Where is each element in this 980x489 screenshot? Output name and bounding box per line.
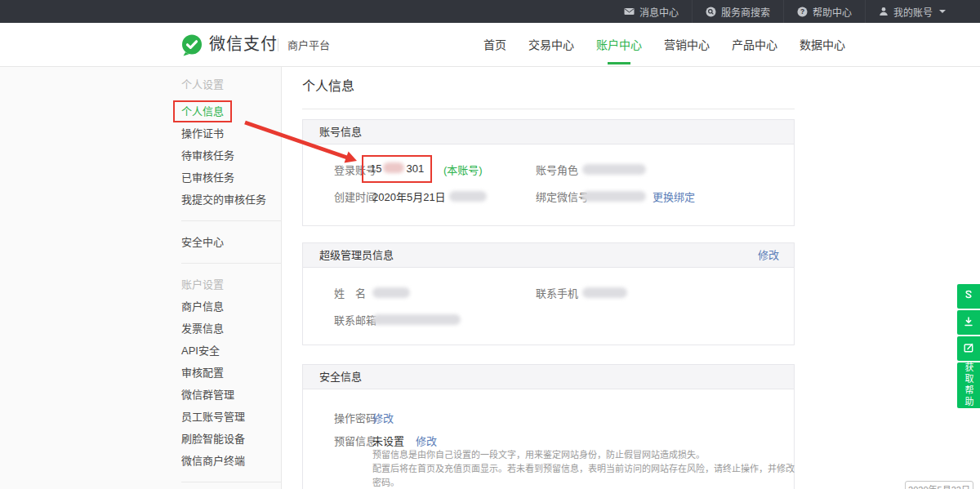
created-date: 2020年5月21日 [372, 191, 446, 203]
row-admin-email: 联系邮箱 [303, 313, 794, 329]
sidebar-item-security-center[interactable]: 安全中心 [181, 231, 282, 253]
help-line: 预留信息是由你自己设置的一段文字，用来鉴定网站身份，防止假冒网站造成损失。 [372, 448, 797, 462]
contact-email-label: 联系邮箱 [334, 313, 376, 329]
redacted-login-middle [383, 162, 404, 173]
redacted-email [372, 314, 461, 325]
account-role-label: 账号角色 [536, 162, 578, 179]
redacted-wechat-id [582, 191, 646, 202]
nav-home[interactable]: 首页 [483, 37, 506, 53]
row-created-time: 创建时间 2020年5月21日 绑定微信号 更换绑定 [303, 189, 794, 206]
reserved-info-help-text: 预留信息是由你自己设置的一段文字，用来鉴定网站身份，防止假冒网站造成损失。 配置… [372, 448, 797, 489]
name-label: 姓 名 [334, 286, 366, 302]
floating-help-bar: 获取帮助 [957, 284, 980, 408]
topbar-item-label: 我的账号 [893, 5, 933, 19]
reserved-info-label: 预留信息 [334, 433, 376, 450]
edit-password-link[interactable]: 修改 [372, 412, 394, 425]
nav-transaction-center[interactable]: 交易中心 [528, 37, 574, 53]
sidebar-item-merchant-info[interactable]: 商户信息 [181, 296, 282, 318]
sidebar: 个人设置 个人信息 操作证书 待审核任务 已审核任务 我提交的审核任务 安全中心… [181, 73, 282, 489]
contact-phone-label: 联系手机 [536, 286, 578, 302]
login-prefix: 15 [370, 162, 381, 175]
sidebar-item-review-config[interactable]: 审核配置 [181, 362, 282, 384]
nav-data-center[interactable]: 数据中心 [800, 37, 845, 53]
created-time-label: 创建时间 [334, 189, 376, 206]
change-binding-link[interactable]: 更换绑定 [653, 189, 695, 206]
login-account-note: (本账号) [443, 162, 483, 179]
bound-wechat-label: 绑定微信号 [536, 189, 589, 206]
sidebar-divider [181, 220, 282, 221]
section-title: 安全信息 [319, 371, 362, 383]
redacted-created-time [449, 191, 487, 202]
redacted-name [372, 287, 410, 298]
login-account-value-redbox: 15301 [362, 155, 432, 183]
hook-icon [963, 290, 974, 304]
section-account-info-header: 账号信息 [303, 120, 794, 144]
operation-password-label: 操作密码 [334, 411, 376, 427]
row-login-account: 登录账号 15301 (本账号) 账号角色 [303, 162, 794, 179]
sidebar-item-my-submitted-tasks[interactable]: 我提交的审核任务 [181, 189, 282, 211]
sidebar-item-staff-account-mgmt[interactable]: 员工账号管理 [181, 406, 282, 428]
redacted-account-role [582, 164, 646, 175]
sidebar-item-api-security[interactable]: API安全 [181, 340, 282, 362]
sidebar-item-wechat-group-mgmt[interactable]: 微信群管理 [181, 384, 282, 406]
nav-marketing-center[interactable]: 营销中心 [664, 37, 710, 53]
sidebar-item-operation-certificate[interactable]: 操作证书 [181, 122, 282, 144]
question-circle-icon: ? [797, 7, 808, 17]
topbar-item-provider-search[interactable]: 服务商搜索 [692, 0, 783, 23]
topbar-item-label: 消息中心 [639, 5, 679, 19]
row-operation-password: 操作密码 修改 [303, 411, 794, 427]
download-icon [963, 316, 974, 330]
page-title: 个人信息 [302, 75, 354, 95]
help-line: 配置后将在首页及充值页面显示。若未看到预留信息，表明当前访问的网站存在风险，请终… [372, 462, 797, 489]
sidebar-item-pending-review-tasks[interactable]: 待审核任务 [181, 144, 282, 167]
redacted-phone [582, 287, 627, 298]
side-panel: 个人设置 个人信息 操作证书 待审核任务 已审核任务 我提交的审核任务 安全中心… [0, 67, 282, 489]
header: 微信支付 商户平台 首页 交易中心 账户中心 营销中心 产品中心 数据中心 [0, 23, 980, 67]
nav-product-center[interactable]: 产品中心 [732, 37, 777, 53]
search-circle-icon [706, 7, 716, 17]
section-super-admin-info: 超级管理员信息 修改 姓 名 联系手机 联系邮箱 [302, 242, 795, 345]
sidebar-header-personal-settings: 个人设置 [181, 73, 282, 96]
nav-account-center[interactable]: 账户中心 [596, 37, 642, 53]
topbar-items: 消息中心 服务商搜索 ? 帮助中心 我的账号 [611, 0, 959, 23]
topbar-item-help-center[interactable]: ? 帮助中心 [783, 0, 865, 23]
topbar-item-message-center[interactable]: 消息中心 [611, 0, 692, 23]
edit-icon [963, 342, 974, 356]
row-admin-name-phone: 姓 名 联系手机 [303, 286, 794, 302]
user-icon [879, 7, 889, 16]
edit-admin-link[interactable]: 修改 [758, 243, 779, 268]
sidebar-item-reviewed-tasks[interactable]: 已审核任务 [181, 167, 282, 189]
main-nav: 首页 交易中心 账户中心 营销中心 产品中心 数据中心 [483, 23, 845, 66]
login-suffix: 301 [406, 162, 424, 175]
account-role-value [582, 162, 646, 179]
contact-email-value [372, 313, 461, 329]
sidebar-divider [181, 263, 282, 264]
row-reserved-info: 预留信息 未设置修改 [303, 433, 794, 450]
download-button[interactable] [957, 310, 980, 335]
topbar: 消息中心 服务商搜索 ? 帮助中心 我的账号 [0, 0, 980, 23]
topbar-item-label: 服务商搜索 [721, 5, 770, 19]
reserved-info-status: 未设置 [372, 435, 404, 447]
sidebar-divider [181, 482, 282, 482]
title-divider [302, 109, 795, 109]
section-super-admin-header: 超级管理员信息 修改 [303, 243, 794, 268]
brand-title: 微信支付 [209, 23, 278, 66]
sidebar-item-invoice-info[interactable]: 发票信息 [181, 318, 282, 340]
created-time-value: 2020年5月21日 [372, 189, 487, 206]
hook-shortcut-button[interactable] [957, 284, 980, 309]
section-title: 超级管理员信息 [319, 249, 394, 261]
feedback-button[interactable] [957, 336, 980, 361]
get-help-button[interactable]: 获取帮助 [957, 362, 980, 408]
topbar-item-my-account[interactable]: 我的账号 [865, 0, 959, 23]
portal-subtitle: 商户平台 [287, 23, 330, 66]
section-security-header: 安全信息 [303, 365, 794, 389]
sidebar-item-face-smart-device[interactable]: 刷脸智能设备 [181, 428, 282, 450]
sidebar-item-wechat-merchant-terminal[interactable]: 微信商户终端 [181, 450, 282, 472]
edit-reserved-info-link[interactable]: 修改 [416, 435, 437, 447]
wechat-pay-logo-icon [180, 33, 203, 60]
sidebar-item-personal-info[interactable]: 个人信息 [173, 100, 232, 122]
date-tooltip: 2020年5月22日 [905, 481, 973, 489]
sidebar-header-account-settings: 账户设置 [181, 273, 282, 296]
svg-text:?: ? [800, 7, 804, 16]
mail-icon [624, 7, 635, 16]
